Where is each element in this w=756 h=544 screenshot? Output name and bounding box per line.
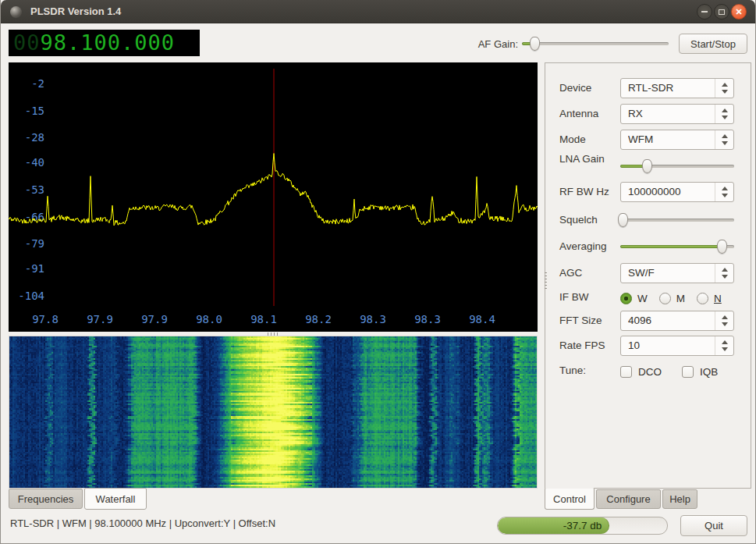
checkbox-icon[interactable]: [682, 366, 694, 378]
svg-text:-40: -40: [25, 156, 44, 169]
fft-size-value: 4096: [628, 311, 713, 330]
app-window: PLSDR Version 1.4 ✕ 0098.100.000 AF Gain…: [0, 0, 756, 544]
if-bw-radio-group: W M N: [620, 291, 722, 305]
quit-button[interactable]: Quit: [680, 515, 747, 536]
checkbox-label: DCO: [638, 366, 662, 378]
svg-text:-28: -28: [25, 131, 44, 144]
if-bw-label: IF BW: [559, 287, 620, 308]
rf-bw-spinbox[interactable]: 100000000: [620, 182, 734, 202]
spinner-arrows-icon[interactable]: [715, 311, 733, 330]
splitter-grip-icon: [268, 332, 279, 336]
radio-option-n[interactable]: N: [697, 293, 722, 304]
device-select[interactable]: RTL-SDR: [620, 78, 734, 98]
lna-gain-slider[interactable]: [620, 159, 734, 173]
svg-text:-91: -91: [25, 262, 44, 275]
tab-help[interactable]: Help: [662, 489, 697, 509]
radio-option-w[interactable]: W: [620, 293, 648, 304]
rate-fps-spinbox[interactable]: 10: [620, 336, 734, 356]
radio-label: M: [676, 293, 685, 304]
tab-control[interactable]: Control: [545, 488, 595, 510]
agc-value: SW/F: [628, 264, 713, 283]
device-value: RTL-SDR: [628, 79, 713, 98]
slider-fill: [620, 245, 722, 248]
af-gain-label: AF Gain:: [432, 38, 518, 50]
spinner-arrows-icon[interactable]: [715, 105, 733, 123]
start-stop-button[interactable]: Start/Stop: [679, 34, 747, 54]
svg-text:97.8: 97.8: [32, 313, 59, 325]
svg-text:-79: -79: [25, 237, 44, 250]
maximize-icon: [719, 9, 725, 15]
checkbox-dco[interactable]: DCO: [620, 366, 662, 378]
tune-check-group: DCO IQB: [620, 364, 718, 379]
slider-handle[interactable]: [717, 240, 727, 254]
slider-handle[interactable]: [618, 213, 628, 227]
spinner-arrows-icon[interactable]: [715, 79, 733, 98]
minimize-button[interactable]: [697, 4, 712, 20]
svg-text:98.2: 98.2: [305, 313, 332, 325]
fft-size-spinbox[interactable]: 4096: [620, 311, 734, 331]
app-icon: [10, 6, 22, 18]
close-icon: ✕: [735, 7, 742, 17]
slider-handle[interactable]: [642, 159, 652, 173]
waterfall-canvas[interactable]: [9, 336, 537, 488]
splitter-grip-vertical-icon[interactable]: [545, 272, 547, 290]
signal-meter-value: -37.7 db: [498, 517, 667, 534]
radio-icon[interactable]: [620, 293, 632, 304]
slider-handle[interactable]: [530, 37, 540, 51]
frequency-dim-digits: 00: [13, 30, 41, 55]
checkbox-label: IQB: [700, 366, 718, 378]
rate-fps-label: Rate FPS: [559, 336, 620, 356]
mode-label: Mode: [559, 130, 620, 150]
radio-icon[interactable]: [697, 293, 708, 304]
antenna-label: Antenna: [559, 104, 620, 124]
averaging-label: Averaging: [559, 236, 620, 257]
agc-select[interactable]: SW/F: [620, 263, 734, 283]
agc-label: AGC: [559, 263, 620, 283]
svg-text:98.3: 98.3: [360, 313, 386, 325]
slider-track[interactable]: [522, 42, 669, 45]
checkbox-iqb[interactable]: IQB: [682, 366, 718, 378]
spinner-arrows-icon[interactable]: [715, 183, 733, 201]
spectrum-display[interactable]: -2-15-28-40-53-66-79-91-10497.897.997.99…: [9, 62, 538, 332]
spinner-arrows-icon[interactable]: [715, 336, 733, 355]
fft-size-label: FFT Size: [559, 311, 620, 331]
spinner-arrows-icon[interactable]: [715, 130, 733, 149]
spinner-arrows-icon[interactable]: [715, 264, 733, 283]
svg-text:-104: -104: [18, 290, 44, 302]
af-gain-slider[interactable]: [522, 37, 669, 51]
radio-label: W: [637, 293, 648, 304]
tab-waterfall[interactable]: Waterfall: [84, 488, 147, 510]
control-panel: Device RTL-SDR Antenna RX Mode WFM LNA G…: [545, 62, 751, 489]
svg-text:98.1: 98.1: [250, 313, 277, 325]
radio-icon[interactable]: [659, 293, 671, 304]
radio-option-m[interactable]: M: [659, 293, 685, 304]
waterfall-display[interactable]: [9, 336, 538, 489]
slider-track[interactable]: [620, 219, 734, 222]
svg-text:97.9: 97.9: [87, 313, 113, 325]
rate-fps-value: 10: [628, 336, 713, 355]
frequency-display[interactable]: 0098.100.000: [9, 30, 200, 56]
svg-text:98.4: 98.4: [469, 313, 495, 325]
mode-value: WFM: [628, 130, 713, 149]
svg-text:-53: -53: [25, 183, 44, 196]
svg-text:-2: -2: [31, 77, 44, 90]
status-bar-text: RTL-SDR | WFM | 98.100000 MHz | Upconver…: [10, 517, 275, 529]
spectrum-plot[interactable]: -2-15-28-40-53-66-79-91-10497.897.997.99…: [9, 62, 538, 332]
antenna-select[interactable]: RX: [620, 104, 734, 124]
squelch-slider[interactable]: [620, 213, 734, 227]
tab-frequencies[interactable]: Frequencies: [9, 489, 83, 509]
svg-text:98.0: 98.0: [196, 313, 222, 325]
frequency-digits: 98.100.000: [41, 30, 176, 55]
mode-select[interactable]: WFM: [620, 130, 734, 150]
checkbox-icon[interactable]: [620, 366, 632, 378]
close-button[interactable]: ✕: [731, 4, 747, 20]
svg-text:97.9: 97.9: [141, 313, 168, 325]
maximize-button[interactable]: [714, 4, 729, 20]
device-label: Device: [559, 78, 620, 98]
tune-label: Tune:: [559, 361, 620, 381]
svg-text:98.3: 98.3: [414, 313, 441, 325]
averaging-slider[interactable]: [620, 240, 734, 254]
rf-bw-value: 100000000: [628, 183, 713, 201]
window-titlebar[interactable]: PLSDR Version 1.4 ✕: [1, 0, 755, 23]
tab-configure[interactable]: Configure: [596, 489, 661, 509]
